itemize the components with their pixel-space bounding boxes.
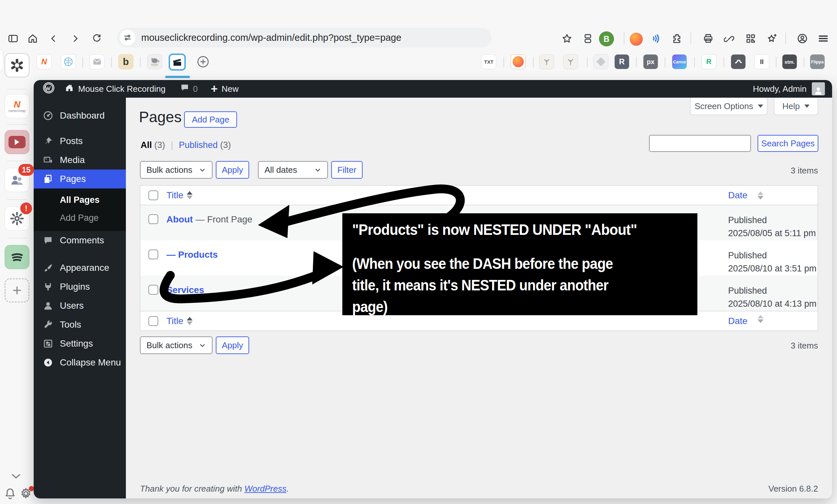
sidebar-item-tools[interactable]: Tools <box>34 315 126 334</box>
bookmark-mouse-site[interactable] <box>147 54 162 69</box>
filter-button[interactable]: Filter <box>331 161 362 179</box>
home-icon[interactable] <box>25 31 40 46</box>
extensions-icon[interactable] <box>670 31 684 46</box>
add-page-button[interactable]: Add Page <box>184 111 237 128</box>
bookmark-plant-2[interactable] <box>563 54 578 69</box>
sort-by-date-bottom[interactable]: Date <box>728 316 747 326</box>
bookmark-canva[interactable]: Canva <box>672 54 687 69</box>
sidebar-item-comments[interactable]: Comments <box>34 231 126 250</box>
print-icon[interactable] <box>701 31 715 46</box>
dates-filter-select[interactable]: All dates <box>258 161 328 179</box>
forward-icon[interactable] <box>68 31 83 46</box>
date-sort-icon[interactable] <box>758 191 763 200</box>
sidebar-item-plugins[interactable]: Plugins <box>34 277 126 296</box>
row-checkbox[interactable] <box>148 249 158 259</box>
sidebar-item-users[interactable]: Users <box>34 296 126 315</box>
bookmark-r-dark[interactable]: R <box>615 54 629 69</box>
sort-by-date[interactable]: Date <box>728 190 747 201</box>
tab-groups-icon[interactable] <box>581 31 595 46</box>
site-settings-icon[interactable] <box>120 30 135 45</box>
select-all-checkbox-bottom[interactable] <box>148 316 158 326</box>
select-all-checkbox[interactable] <box>148 190 158 200</box>
sidebar-toggle-icon[interactable] <box>6 31 20 46</box>
bookmark-wave-dark[interactable] <box>731 54 746 69</box>
sort-by-title-bottom[interactable]: Title <box>166 316 183 326</box>
copy-link-icon[interactable] <box>722 31 737 46</box>
search-input[interactable] <box>649 135 751 152</box>
comments-bubble-icon[interactable] <box>180 83 190 95</box>
bookmark-monday[interactable] <box>511 54 526 69</box>
row-checkbox[interactable] <box>148 214 158 224</box>
profile-avatar[interactable]: B <box>599 31 614 46</box>
account-circle-icon[interactable] <box>795 31 809 46</box>
howdy-admin[interactable]: Howdy, Admin <box>753 84 806 94</box>
date-sort-icon[interactable] <box>758 315 763 323</box>
canva-glyph: Canva <box>673 59 685 64</box>
bookmark-diamond[interactable] <box>593 54 608 69</box>
sidebar-item-dashboard[interactable]: Dashboard <box>34 106 126 125</box>
sidebar-item-all-pages[interactable]: All Pages <box>60 195 126 205</box>
search-pages-button[interactable]: Search Pages <box>758 135 818 152</box>
sidebar-item-collapse-menu[interactable]: Collapse Menu <box>34 353 126 372</box>
view-published-link[interactable]: Published <box>179 140 218 150</box>
notifications-bell-icon[interactable] <box>3 487 17 502</box>
sort-by-title[interactable]: Title <box>166 190 183 201</box>
bookmark-txt[interactable]: TXT <box>481 54 496 69</box>
bookmark-px[interactable]: px <box>643 54 658 69</box>
bookmark-namecheap[interactable]: N <box>37 54 52 69</box>
page-link-products[interactable]: — Products <box>166 249 218 260</box>
monday-extension-icon[interactable] <box>630 33 643 46</box>
dock-add-button[interactable] <box>4 278 30 302</box>
page-link-services[interactable]: Services <box>166 285 204 295</box>
sidebar-item-add-page[interactable]: Add Page <box>60 213 126 223</box>
bookmark-star-icon[interactable] <box>560 31 574 46</box>
back-icon[interactable] <box>47 31 61 46</box>
apply-button-bottom[interactable]: Apply <box>216 336 249 354</box>
dock-chatgpt-icon[interactable] <box>4 53 30 77</box>
sidebar-item-pages[interactable]: Pages <box>34 169 126 188</box>
bookmark-plant-1[interactable] <box>539 54 554 69</box>
bookmark-mail[interactable] <box>90 54 105 69</box>
apply-button-top[interactable]: Apply <box>216 161 249 179</box>
bookmark-stm[interactable]: stm. <box>782 54 797 69</box>
bookmark-flippa[interactable]: Flippa <box>810 54 825 69</box>
add-bookmark-button[interactable] <box>196 54 211 69</box>
sidebar-item-settings[interactable]: Settings <box>34 334 126 353</box>
new-content-link[interactable]: New <box>222 84 239 94</box>
screen-options-tab[interactable]: Screen Options <box>690 98 767 115</box>
dock-spotify-icon[interactable] <box>4 245 30 269</box>
page-link-about[interactable]: About <box>166 214 193 224</box>
address-bar[interactable]: mouseclickrecording.com/wp-admin/edit.ph… <box>117 28 492 48</box>
reload-icon[interactable] <box>90 31 104 46</box>
view-all-current[interactable]: All <box>141 140 152 150</box>
pages-icon <box>42 174 54 184</box>
bookmarks-divider <box>724 57 724 67</box>
bookmark-r-green[interactable]: R <box>701 54 716 69</box>
quick-settings-gear-icon[interactable] <box>19 487 33 502</box>
favorites-sparkle-icon[interactable] <box>765 31 779 46</box>
audio-wave-icon[interactable] <box>649 31 663 46</box>
admin-avatar[interactable] <box>812 82 825 95</box>
title-sort-icon[interactable] <box>187 317 193 325</box>
help-tab[interactable]: Help <box>774 98 818 115</box>
bulk-actions-select[interactable]: Bulk actions <box>140 161 213 179</box>
wp-logo-icon[interactable] <box>42 81 55 97</box>
sidebar-item-media[interactable]: Media <box>34 151 126 169</box>
bookmark-pause[interactable]: II <box>754 54 769 69</box>
qr-code-icon[interactable] <box>744 31 758 46</box>
sidebar-item-appearance[interactable]: Appearance <box>34 258 126 277</box>
row-checkbox[interactable] <box>148 285 158 295</box>
home-icon[interactable] <box>65 83 74 95</box>
bookmark-clapperboard-active[interactable] <box>169 54 186 71</box>
dock-youtube-icon[interactable] <box>4 130 30 154</box>
sidebar-item-posts[interactable]: Posts <box>34 132 126 151</box>
bulk-actions-select-bottom[interactable]: Bulk actions <box>140 336 213 354</box>
title-sort-icon[interactable] <box>187 191 193 199</box>
menu-icon[interactable] <box>816 31 831 46</box>
site-name-link[interactable]: Mouse Click Recording <box>78 84 165 94</box>
wordpress-link[interactable]: WordPress <box>244 484 286 493</box>
bookmark-b[interactable]: b <box>118 54 133 69</box>
dock-namecheap-icon[interactable]: N namecheap <box>4 94 30 118</box>
dock-collapse-chevron-icon[interactable] <box>10 472 22 482</box>
bookmark-globe[interactable] <box>61 54 76 69</box>
